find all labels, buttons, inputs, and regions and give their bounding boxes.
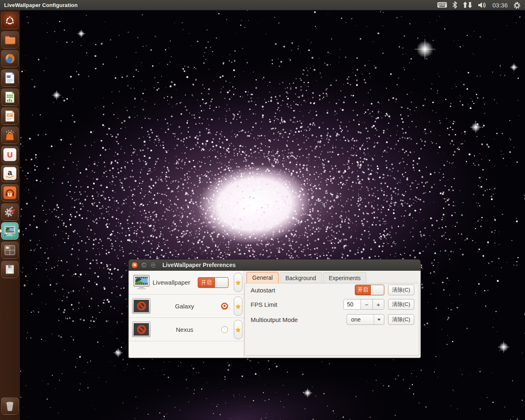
window-title: LiveWallpaper Preferences (162, 262, 235, 268)
launcher-item-system-settings[interactable] (1, 203, 18, 221)
livewallpaper-monitor-icon (3, 225, 16, 237)
wallpaper-label-galaxy: Galaxy (152, 294, 217, 317)
multioutput-label: Multioutput Mode (251, 314, 298, 325)
indicator-tray: 03:36 (437, 0, 525, 10)
fps-decrement-button[interactable]: − (361, 299, 372, 309)
launcher-item-floppy-archive[interactable] (1, 261, 18, 278)
launcher-item-libreoffice-writer[interactable] (1, 69, 18, 87)
nexus-thumbnail (132, 322, 151, 337)
livewallpaper-plugin-icon (132, 274, 151, 291)
dropdown-arrow-segment (374, 315, 384, 324)
ubuntu-one-icon: U (3, 148, 16, 161)
toggle-knob (370, 285, 384, 295)
launcher-item-trash[interactable] (1, 397, 18, 415)
wallpaper-list-panel: Livewallpaper 开启 ★ Galaxy (129, 271, 244, 358)
tab-background[interactable]: Background (280, 272, 322, 283)
launcher-item-dash-home[interactable] (1, 12, 18, 29)
nexus-radio[interactable] (221, 326, 228, 333)
headphones-icon (5, 187, 15, 198)
launcher-item-software-center[interactable] (1, 127, 18, 144)
toggle-on-label: 开启 (198, 278, 215, 288)
wallpaper-row-galaxy[interactable]: Galaxy ★ (129, 294, 244, 318)
chevron-down-icon (377, 319, 381, 321)
launcher-item-workspace-switcher[interactable] (1, 242, 18, 259)
window-titlebar[interactable]: LiveWallpaper Preferences (128, 259, 421, 271)
star-icon: ★ (235, 303, 241, 310)
multioutput-clear-button[interactable]: 清除(C) (388, 314, 414, 325)
plugin-enable-toggle[interactable]: 开启 (198, 277, 228, 288)
no-preview-icon (136, 301, 147, 311)
dialog-body: Livewallpaper 开启 ★ Galaxy (128, 271, 421, 358)
plugin-favorite-button[interactable]: ★ (234, 273, 242, 292)
galaxy-favorite-button[interactable]: ★ (234, 297, 242, 316)
toggle-on-label: 开启 (355, 285, 370, 295)
wallpaper-label-nexus: Nexus (152, 318, 217, 341)
maximize-button[interactable] (150, 262, 157, 269)
network-icon[interactable] (463, 0, 472, 10)
amazon-smile-arrow (6, 176, 14, 178)
desktop: LiveWallpaper Configuration 03:36 (0, 0, 525, 420)
fps-clear-button[interactable]: 清除(C) (388, 299, 414, 310)
star-icon: ★ (235, 279, 241, 286)
ubuntu-one-glyph: U (7, 151, 13, 159)
autostart-label: Autostart (251, 285, 275, 295)
floppy-disk-icon (4, 264, 16, 275)
plugin-row: Livewallpaper 开启 ★ (129, 271, 244, 294)
fps-spinbutton[interactable]: 50 − + (343, 299, 384, 310)
launcher-item-amazon[interactable]: a (1, 165, 18, 182)
autostart-clear-button[interactable]: 清除(C) (388, 285, 414, 295)
galaxy-radio[interactable] (221, 303, 228, 310)
star-icon: ★ (235, 326, 241, 333)
no-preview-icon (136, 324, 147, 335)
fps-increment-button[interactable]: + (372, 299, 384, 309)
fps-limit-row: FPS Limit 50 − + 清除(C) (245, 299, 419, 310)
multioutput-value: one (347, 316, 374, 323)
launcher-item-firefox[interactable] (1, 50, 18, 67)
ubuntu-one-music-icon: u (3, 186, 16, 199)
autostart-row: Autostart 开启 清除(C) (245, 285, 419, 295)
multioutput-row: Multioutput Mode one 清除(C) (245, 314, 419, 325)
nexus-favorite-button[interactable]: ★ (234, 320, 242, 339)
launcher-item-libreoffice-calc[interactable] (1, 89, 18, 106)
tab-bar: General Background Experiments (247, 272, 368, 283)
calc-spreadsheet-icon (4, 91, 16, 103)
ubuntu-logo-icon (5, 15, 15, 26)
galaxy-wallpaper (20, 10, 525, 420)
launcher-item-ubuntu-one[interactable]: U (1, 146, 18, 163)
general-tab-content: Autostart 开启 清除(C) FPS Limit 50 − + (244, 283, 419, 356)
app-title: LiveWallpaper Configuration (4, 2, 78, 8)
autostart-toggle[interactable]: 开启 (355, 285, 384, 295)
session-gear-icon[interactable] (513, 0, 521, 10)
focused-indicator-arrow (18, 229, 20, 233)
bluetooth-icon[interactable] (452, 0, 457, 10)
workspace-grid-icon (4, 244, 16, 256)
fps-limit-label: FPS Limit (251, 299, 277, 310)
launcher-item-ubuntu-one-music[interactable]: u (1, 184, 18, 201)
galaxy-thumbnail (132, 298, 151, 314)
unity-launcher: U a u (0, 10, 20, 420)
firefox-icon (4, 52, 16, 65)
shopping-bag-icon (4, 129, 16, 142)
volume-icon[interactable] (478, 0, 487, 10)
minimize-button[interactable] (141, 262, 148, 269)
keyboard-icon[interactable] (437, 0, 447, 10)
tab-experiments[interactable]: Experiments (323, 272, 367, 283)
wallpaper-row-nexus[interactable]: Nexus ★ (129, 318, 244, 341)
gear-wrench-icon (4, 206, 16, 218)
trash-can-icon (4, 400, 16, 412)
running-indicator-arrow (0, 229, 2, 233)
fps-value[interactable]: 50 (344, 299, 361, 309)
writer-document-icon (4, 72, 16, 84)
launcher-item-libreoffice-impress[interactable] (1, 107, 18, 125)
multioutput-dropdown[interactable]: one (347, 314, 384, 325)
plugin-label: Livewallpaper (153, 271, 190, 294)
tab-general[interactable]: General (247, 272, 278, 283)
close-button[interactable] (131, 262, 138, 269)
clock[interactable]: 03:36 (492, 2, 508, 9)
folder-icon (4, 34, 16, 46)
toggle-knob (215, 278, 228, 288)
settings-panel: General Background Experiments Autostart… (244, 271, 420, 358)
launcher-item-livewallpaper[interactable] (1, 222, 18, 240)
amazon-icon: a (3, 167, 16, 180)
launcher-item-files[interactable] (1, 31, 18, 48)
